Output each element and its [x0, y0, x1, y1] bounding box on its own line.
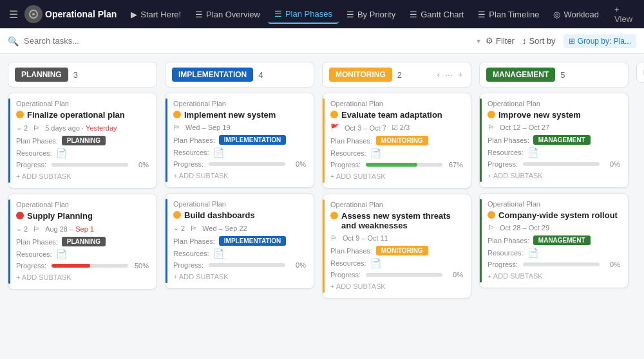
- column-count-management: 5: [560, 70, 565, 80]
- card-flag: 🏳: [33, 124, 40, 132]
- card-project: Operational Plan: [330, 201, 463, 208]
- card-title-text: Supply Planning: [27, 211, 93, 221]
- card-progress-label: Progress:: [16, 161, 46, 169]
- card-resources-label: Resources:: [330, 259, 366, 267]
- card-date: 5 days ago · Yesterday: [45, 124, 117, 132]
- progress-bar-bg: [52, 163, 128, 167]
- card-progress-row: Progress:0%: [488, 160, 620, 168]
- card-left-bar: [480, 98, 482, 182]
- col-prev-icon[interactable]: ‹: [435, 68, 441, 81]
- card-resources-row: Resources:📄: [488, 147, 620, 158]
- card-left-bar: [480, 199, 482, 282]
- tab-workload[interactable]: ◎ Workload: [547, 6, 605, 23]
- card-progress-label: Progress:: [330, 271, 361, 279]
- tab-timeline[interactable]: ☰ Plan Timeline: [471, 6, 545, 23]
- card-c7[interactable]: Operational PlanImprove new system🏳Oct 1…: [479, 93, 629, 188]
- file-icon: 📄: [213, 147, 224, 158]
- card-phase-row: Plan Phases:MONITORING: [330, 136, 463, 145]
- card-c4[interactable]: Operational PlanBuild dashboards⌄ 2🏳Wed …: [165, 193, 314, 289]
- card-phase-badge: MONITORING: [376, 136, 428, 145]
- add-subtask-button[interactable]: + ADD SUBTASK: [488, 169, 620, 182]
- card-resources-row: Resources:📄: [488, 248, 620, 258]
- card-title-text: Company-wide system rollout: [498, 210, 618, 220]
- progress-bar-bg: [209, 162, 285, 166]
- tab-start[interactable]: ▶ Start Here!: [124, 6, 187, 23]
- card-meta: 🏳Oct 28 – Oct 29: [488, 224, 620, 232]
- svg-point-1: [32, 13, 35, 15]
- tab-start-icon: ▶: [131, 10, 137, 19]
- card-project: Operational Plan: [488, 100, 620, 107]
- card-c3[interactable]: Operational PlanImplement new system🏳Wed…: [165, 93, 314, 188]
- card-c1[interactable]: Operational PlanFinalize operational pla…: [8, 93, 157, 189]
- add-view-button[interactable]: + View: [609, 2, 639, 26]
- card-phase-label: Plan Phases:: [16, 137, 58, 145]
- card-progress-row: Progress:0%: [173, 261, 306, 269]
- column-badge-monitoring: MONITORING: [329, 68, 392, 82]
- tab-phases[interactable]: ☰ Plan Phases: [268, 5, 339, 24]
- card-flag: 🏳: [33, 225, 40, 233]
- filter-button[interactable]: ⚙ Filter: [486, 36, 515, 46]
- card-subtask-count: ⌄ 2: [16, 124, 28, 132]
- add-subtask-button[interactable]: + ADD SUBTASK: [173, 270, 306, 283]
- col-add-icon[interactable]: +: [457, 68, 464, 81]
- file-icon: 📄: [56, 148, 67, 158]
- card-flag: 🏳: [488, 124, 495, 131]
- card-date-highlight: Sep 1: [75, 225, 94, 233]
- add-subtask-button[interactable]: + ADD SUBTASK: [330, 170, 463, 183]
- file-icon: 📄: [56, 249, 67, 259]
- add-subtask-button[interactable]: + ADD SUBTASK: [16, 170, 149, 183]
- add-subtask-button[interactable]: + ADD SUBTASK: [488, 270, 620, 282]
- file-icon: 📄: [370, 258, 381, 268]
- progress-pct: 0%: [448, 271, 463, 279]
- card-progress-label: Progress:: [16, 262, 46, 270]
- group-button[interactable]: ⊞ Group by: Pla...: [564, 34, 636, 48]
- card-date-highlight: Yesterday: [86, 124, 117, 132]
- card-subtask-count: ⌄ 2: [16, 225, 28, 233]
- card-c5[interactable]: Operational PlanEvaluate team adaptation…: [322, 93, 471, 189]
- search-bar: 🔍 ▾ ⚙ Filter ↕ Sort by ⊞ Group by: Pla..…: [0, 28, 644, 54]
- column-count-planning: 3: [73, 70, 78, 80]
- card-date: Oct 28 – Oct 29: [500, 224, 549, 232]
- sort-button[interactable]: ↕ Sort by: [522, 36, 556, 46]
- card-phase-row: Plan Phases:IMPLEMENTATION: [173, 236, 306, 246]
- status-dot: [488, 211, 495, 219]
- add-subtask-button[interactable]: + ADD SUBTASK: [330, 280, 463, 293]
- card-c6[interactable]: Operational PlanAssess new system threat…: [322, 194, 471, 299]
- card-date: Oct 12 – Oct 27: [500, 124, 549, 131]
- card-c8[interactable]: Operational PlanCompany-wide system roll…: [479, 193, 629, 288]
- card-meta: 🚩Oct 3 – Oct 7☑ 2/3: [330, 124, 463, 132]
- column-badge-implementation: IMPLEMENTATION: [172, 68, 253, 82]
- column-implementation: IMPLEMENTATION4Operational PlanImplement…: [165, 62, 314, 289]
- col-dots-icon[interactable]: ···: [444, 68, 454, 81]
- card-phase-badge: IMPLEMENTATION: [219, 135, 287, 145]
- card-c2[interactable]: Operational PlanSupply Planning⌄ 2🏳Aug 2…: [8, 194, 157, 290]
- card-resources-label: Resources:: [488, 149, 524, 156]
- card-phase-row: Plan Phases:MONITORING: [330, 246, 463, 255]
- add-subtask-button[interactable]: + ADD SUBTASK: [16, 271, 149, 284]
- tab-priority[interactable]: ☰ By Priority: [340, 6, 402, 23]
- subtask-icon: ⌄: [16, 225, 22, 233]
- card-project: Operational Plan: [173, 200, 306, 208]
- add-subtask-button[interactable]: + ADD SUBTASK: [173, 169, 306, 182]
- card-project: Operational Plan: [16, 100, 149, 107]
- tab-overview[interactable]: ☰ Plan Overview: [189, 6, 267, 23]
- search-input[interactable]: [24, 36, 471, 46]
- card-progress-row: Progress:0%: [488, 261, 620, 268]
- card-title-text: Assess new system threats and weaknesses: [341, 211, 463, 230]
- card-subtask-count: ⌄ 2: [173, 224, 185, 232]
- card-date: Oct 3 – Oct 7: [345, 124, 386, 132]
- card-title: Supply Planning: [16, 211, 149, 221]
- tab-gantt-label: Gantt Chart: [421, 10, 464, 19]
- card-left-bar: [323, 98, 325, 183]
- card-progress-label: Progress:: [173, 261, 204, 269]
- card-left-bar: [8, 199, 10, 284]
- search-chevron-icon[interactable]: ▾: [477, 37, 480, 46]
- card-resources-label: Resources:: [16, 149, 52, 157]
- card-title: Build dashboards: [173, 210, 306, 220]
- card-phase-badge: IMPLEMENTATION: [219, 236, 287, 246]
- column-badge-management: MANAGEMENT: [486, 68, 555, 82]
- progress-pct: 0%: [605, 261, 620, 268]
- hamburger-icon[interactable]: ☰: [5, 6, 22, 23]
- tab-gantt[interactable]: ☰ Gantt Chart: [403, 6, 470, 23]
- progress-pct: 0%: [133, 161, 149, 169]
